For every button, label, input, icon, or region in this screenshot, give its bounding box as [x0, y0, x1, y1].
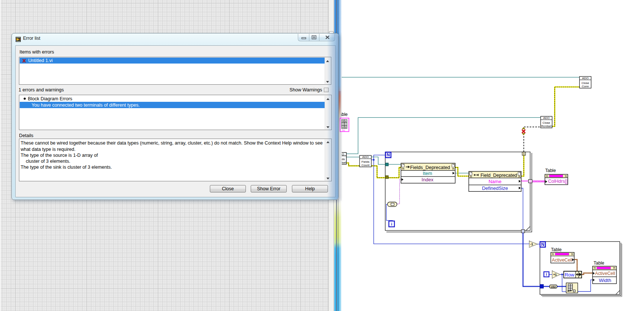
svg-text:[]: [] — [523, 152, 525, 155]
svg-text:Fields_Deprecated: Fields_Deprecated — [410, 165, 450, 170]
svg-text:Rcrdset: Rcrdset — [541, 124, 552, 128]
svg-text:v: v — [342, 126, 344, 129]
svg-text:Name: Name — [488, 179, 501, 184]
svg-text:Table: Table — [551, 247, 562, 252]
svg-text:-1: -1 — [530, 242, 533, 246]
svg-text:Table: Table — [593, 260, 604, 266]
svg-text:Width: Width — [599, 278, 611, 283]
svg-text:N: N — [541, 242, 544, 247]
svg-text:?!: ?! — [613, 267, 615, 269]
svg-text:Table: Table — [545, 168, 556, 173]
svg-text:N: N — [387, 152, 390, 158]
svg-text:ActiveCell: ActiveCell — [595, 271, 615, 276]
svg-text:U32: U32 — [551, 285, 556, 288]
svg-text:[]: [] — [522, 230, 524, 233]
svg-text:Field_Deprecated: Field_Deprecated — [481, 173, 517, 178]
svg-text:[]: [] — [530, 180, 531, 183]
svg-text:ADO: ADO — [362, 155, 368, 159]
svg-text:?!: ?! — [593, 267, 596, 269]
svg-text:Close: Close — [582, 81, 589, 85]
svg-text:?!: ?! — [452, 168, 455, 170]
svg-text:Item: Item — [423, 171, 432, 176]
svg-text:i: i — [391, 222, 392, 226]
svg-text:Fields: Fields — [361, 160, 369, 163]
svg-text:Count: Count — [361, 163, 370, 167]
svg-text:?!: ?! — [546, 175, 548, 178]
svg-text:ADO: ADO — [582, 77, 588, 80]
svg-text:bc: bc — [342, 129, 345, 132]
svg-text:?!: ?! — [402, 168, 404, 170]
svg-text:?!: ?! — [552, 253, 554, 256]
svg-text:?!: ?! — [469, 175, 472, 178]
svg-text:ADO: ADO — [543, 116, 549, 120]
svg-text:ActiveCell: ActiveCell — [552, 257, 573, 263]
svg-text:ColHdrs[]: ColHdrs[] — [548, 179, 567, 184]
svg-text:c: c — [345, 120, 346, 122]
svg-text:Row: Row — [565, 272, 575, 278]
svg-text:i: i — [546, 272, 547, 276]
svg-text:?!: ?! — [571, 253, 573, 256]
svg-text:?!: ?! — [565, 175, 567, 178]
svg-text:DefinedSize: DefinedSize — [482, 185, 508, 191]
svg-text:?!: ?! — [518, 175, 521, 178]
svg-text:Conn: Conn — [582, 85, 589, 88]
svg-text:Index: Index — [422, 177, 433, 182]
svg-text:+1: +1 — [553, 273, 557, 276]
svg-text:Close: Close — [543, 121, 550, 124]
